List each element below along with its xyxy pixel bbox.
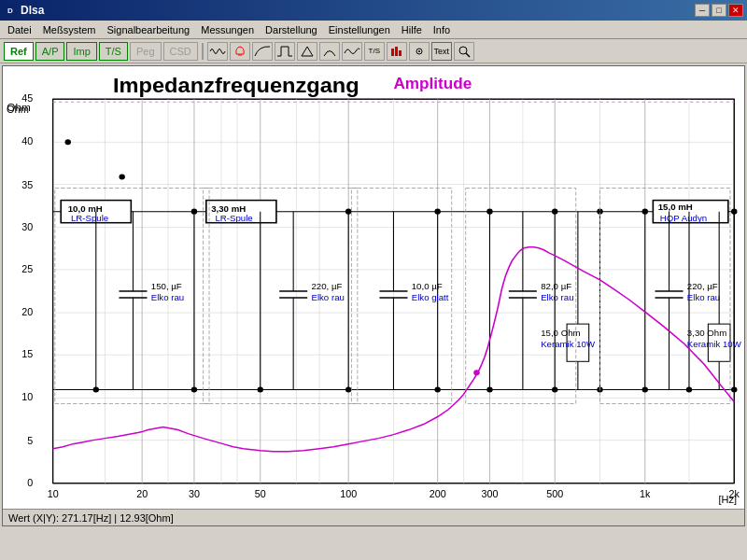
- toolbar-separator-1: [202, 43, 204, 60]
- svg-text:LR-Spule: LR-Spule: [71, 214, 108, 223]
- menu-einstellungen[interactable]: Einstellungen: [323, 22, 396, 37]
- app-icon-text: D: [7, 7, 13, 15]
- svg-text:150, µF: 150, µF: [151, 282, 182, 291]
- svg-text:20: 20: [136, 489, 148, 499]
- svg-text:10,0 mH: 10,0 mH: [68, 204, 103, 214]
- svg-text:Elko rau: Elko rau: [687, 293, 720, 302]
- svg-text:200: 200: [430, 489, 446, 499]
- svg-text:100: 100: [340, 489, 357, 499]
- svg-point-6: [418, 50, 420, 52]
- tab-peg: Peg: [130, 42, 162, 61]
- svg-text:30: 30: [21, 222, 33, 232]
- svg-point-154: [119, 174, 124, 179]
- menubar: Datei Meßsystem Signalbearbeitung Messun…: [0, 21, 747, 39]
- maximize-button[interactable]: □: [712, 4, 726, 17]
- svg-text:25: 25: [21, 264, 33, 274]
- svg-text:5: 5: [27, 436, 33, 446]
- toolbar-icon-arch[interactable]: [319, 42, 340, 61]
- titlebar-left: D Dlsa: [4, 4, 44, 17]
- toolbar-icon-wave[interactable]: [207, 42, 228, 61]
- toolbar: Ref A/P Imp T/S Peg CSD T/S Text: [0, 39, 747, 63]
- svg-text:500: 500: [546, 489, 563, 499]
- svg-text:Keramik 10W: Keramik 10W: [687, 340, 741, 349]
- toolbar-icon-triangle[interactable]: [297, 42, 317, 61]
- tab-ap[interactable]: A/P: [35, 42, 65, 61]
- minimize-button[interactable]: ─: [695, 4, 710, 17]
- titlebar: D Dlsa ─ □ ✕: [0, 0, 747, 21]
- svg-text:1k: 1k: [640, 489, 651, 499]
- svg-text:10: 10: [48, 489, 59, 499]
- svg-point-153: [65, 139, 71, 145]
- toolbar-icon-search[interactable]: [454, 42, 474, 61]
- menu-messsystem[interactable]: Meßsystem: [37, 22, 102, 37]
- svg-rect-2: [391, 49, 394, 56]
- toolbar-icon-bell[interactable]: [230, 42, 250, 61]
- svg-text:Elko rau: Elko rau: [151, 293, 184, 302]
- titlebar-title: Dlsa: [21, 4, 44, 17]
- status-text: Wert (X|Y): 271.17[Hz] | 12.93[Ohm]: [8, 512, 174, 524]
- toolbar-icon-gear[interactable]: [409, 42, 430, 61]
- svg-text:3,30 Ohm: 3,30 Ohm: [687, 329, 727, 338]
- main-chart-area: Ohm [Hz] Impedanzfrequenzgang Amplitude …: [2, 65, 745, 526]
- tab-ref[interactable]: Ref: [4, 42, 34, 61]
- titlebar-controls: ─ □ ✕: [695, 4, 743, 17]
- chart-subtitle: Amplitude: [393, 76, 472, 92]
- svg-point-7: [459, 47, 467, 54]
- svg-text:Elko rau: Elko rau: [311, 293, 344, 302]
- toolbar-icon-bar[interactable]: [387, 42, 407, 61]
- svg-text:45: 45: [21, 93, 33, 104]
- svg-text:20: 20: [21, 307, 33, 317]
- cursor-dot: [473, 370, 479, 375]
- svg-text:15: 15: [21, 350, 33, 360]
- toolbar-icon-curve2[interactable]: [275, 42, 295, 61]
- svg-text:220, µF: 220, µF: [687, 282, 718, 291]
- tab-ts[interactable]: T/S: [99, 42, 128, 61]
- menu-hilfe[interactable]: Hilfe: [396, 22, 428, 37]
- toolbar-icon-wave2[interactable]: [342, 42, 362, 61]
- svg-text:Elko rau: Elko rau: [541, 293, 573, 302]
- menu-signalbearbeitung[interactable]: Signalbearbeitung: [102, 22, 196, 37]
- svg-line-8: [466, 53, 470, 57]
- svg-text:Keramik 10W: Keramik 10W: [541, 340, 595, 349]
- svg-text:15,0 Ohm: 15,0 Ohm: [541, 329, 581, 338]
- toolbar-icon-text[interactable]: Text: [431, 42, 452, 61]
- app-icon: D: [4, 4, 17, 17]
- svg-text:35: 35: [21, 180, 33, 190]
- svg-rect-3: [395, 47, 398, 56]
- svg-text:2k: 2k: [729, 489, 740, 499]
- svg-text:10: 10: [21, 393, 33, 403]
- svg-text:LR-Spule: LR-Spule: [215, 214, 252, 223]
- statusbar: Wert (X|Y): 271.17[Hz] | 12.93[Ohm]: [3, 509, 744, 525]
- svg-text:Elko glatt: Elko glatt: [412, 293, 449, 302]
- close-button[interactable]: ✕: [728, 4, 743, 17]
- svg-rect-4: [399, 50, 402, 56]
- svg-text:30: 30: [189, 489, 200, 499]
- svg-text:15,0 mH: 15,0 mH: [658, 203, 693, 212]
- svg-text:3,30 mH: 3,30 mH: [211, 204, 246, 214]
- tab-csd: CSD: [163, 42, 198, 61]
- svg-text:Ohm: Ohm: [7, 103, 31, 114]
- svg-text:82,0 µF: 82,0 µF: [541, 282, 571, 291]
- svg-text:40: 40: [21, 137, 33, 147]
- menu-darstellung[interactable]: Darstellung: [260, 22, 323, 37]
- tab-imp[interactable]: Imp: [66, 42, 96, 61]
- toolbar-icon-curve1[interactable]: [252, 42, 273, 61]
- svg-text:220, µF: 220, µF: [311, 282, 342, 291]
- svg-marker-1: [302, 47, 313, 56]
- menu-messungen[interactable]: Messungen: [195, 22, 260, 37]
- svg-text:50: 50: [255, 489, 266, 499]
- svg-text:0: 0: [27, 478, 33, 488]
- toolbar-icon-ts[interactable]: T/S: [364, 42, 385, 61]
- menu-info[interactable]: Info: [428, 22, 456, 37]
- chart-svg: Impedanzfrequenzgang Amplitude Ohm 0 5 1…: [3, 66, 744, 525]
- menu-datei[interactable]: Datei: [2, 22, 37, 37]
- chart-title: Impedanzfrequenzgang: [113, 74, 359, 97]
- svg-text:10,0 µF: 10,0 µF: [412, 282, 443, 291]
- svg-text:300: 300: [482, 489, 499, 499]
- svg-text:HQP Audyn: HQP Audyn: [660, 214, 707, 223]
